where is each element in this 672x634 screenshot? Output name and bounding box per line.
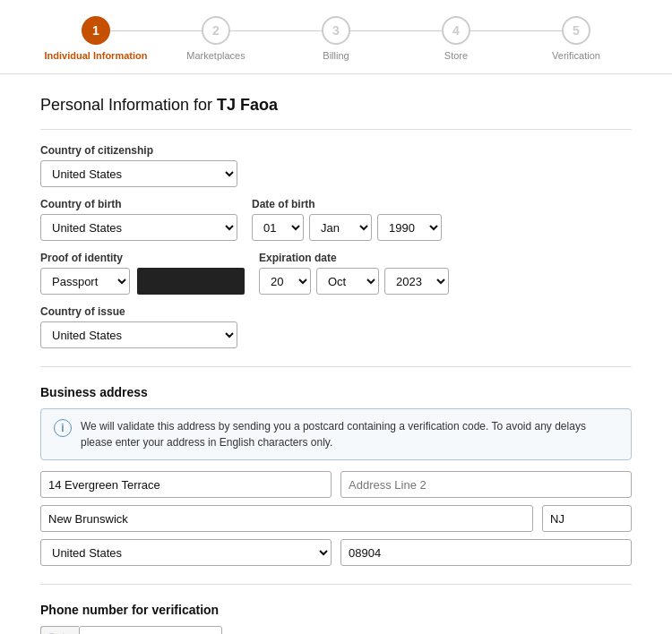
addr-line2-input[interactable] (340, 471, 632, 498)
expiry-month-select[interactable]: Oct (316, 268, 379, 295)
birth-country-label: Country of birth (40, 198, 237, 210)
dob-label: Date of birth (252, 198, 442, 210)
step-circle-1: 1 (82, 16, 110, 45)
citizenship-select[interactable]: United States (40, 160, 237, 187)
addr-city-state-row (40, 505, 632, 532)
stepper: 1 Individual Information 2 Marketplaces … (0, 0, 672, 74)
issue-country-select[interactable]: United States (40, 321, 237, 348)
proof-inputs: Passport (40, 268, 245, 295)
addr-line1-input[interactable] (40, 471, 332, 498)
step-1: 1 Individual Information (36, 16, 156, 61)
flag-icon: 🇺🇸 (47, 631, 65, 635)
business-address-section: Business address i We will validate this… (40, 385, 632, 566)
expiry-selects: 20 Oct 2023 (259, 268, 449, 295)
main-content: Personal Information for TJ Faoa Country… (22, 74, 650, 634)
proof-expiry-row: Proof of identity Passport Expiration da… (40, 252, 632, 295)
dob-col: Date of birth 01 Jan 1990 (252, 198, 442, 241)
phone-section: Phone number for verification 🇺🇸 ▾ Examp… (40, 603, 632, 634)
phone-row: 🇺🇸 ▾ (40, 626, 632, 634)
dob-day-select[interactable]: 01 (252, 214, 304, 241)
addr-city-input[interactable] (40, 505, 533, 532)
address-info-text: We will validate this address by sending… (81, 418, 618, 450)
issue-country-label: Country of issue (40, 305, 632, 318)
step-label-5: Verification (552, 50, 600, 61)
country-code-select[interactable]: 🇺🇸 ▾ (40, 626, 79, 634)
addr-state-input[interactable] (542, 505, 632, 532)
birth-dob-row: Country of birth United States Date of b… (40, 198, 632, 241)
addr-country-select[interactable]: United States (40, 539, 332, 566)
step-circle-2: 2 (202, 16, 230, 45)
addr-country-zip-row: United States (40, 539, 632, 566)
phone-input[interactable] (79, 626, 222, 634)
phone-title: Phone number for verification (40, 603, 632, 617)
expiry-day-select[interactable]: 20 (259, 268, 311, 295)
addr-zip-input[interactable] (340, 539, 632, 566)
proof-number-redacted (137, 268, 245, 295)
dob-selects: 01 Jan 1990 (252, 214, 442, 241)
dob-year-select[interactable]: 1990 (377, 214, 442, 241)
birth-country-col: Country of birth United States (40, 198, 237, 241)
step-5: 5 Verification (516, 16, 636, 61)
addr-line1-row (40, 471, 632, 498)
business-address-title: Business address (40, 385, 632, 399)
step-label-2: Marketplaces (186, 50, 245, 61)
proof-col: Proof of identity Passport (40, 252, 245, 295)
dob-month-select[interactable]: Jan (309, 214, 372, 241)
page-title: Personal Information for TJ Faoa (40, 96, 632, 115)
expiry-col: Expiration date 20 Oct 2023 (259, 252, 449, 295)
issue-country-field: Country of issue United States (40, 305, 632, 348)
step-label-3: Billing (323, 50, 349, 61)
step-circle-3: 3 (322, 16, 350, 45)
step-label-1: Individual Information (45, 50, 148, 61)
step-4: 4 Store (396, 16, 516, 61)
expiry-year-select[interactable]: 2023 (384, 268, 449, 295)
proof-label: Proof of identity (40, 252, 245, 264)
citizenship-label: Country of citizenship (40, 144, 632, 157)
step-2: 2 Marketplaces (156, 16, 276, 61)
citizenship-field: Country of citizenship United States (40, 144, 632, 187)
step-3: 3 Billing (276, 16, 396, 61)
step-circle-4: 4 (442, 16, 470, 45)
info-icon: i (54, 419, 72, 437)
expiry-label: Expiration date (259, 252, 449, 264)
step-label-4: Store (444, 50, 468, 61)
proof-type-select[interactable]: Passport (40, 268, 130, 295)
step-circle-5: 5 (562, 16, 590, 45)
birth-country-select[interactable]: United States (40, 214, 237, 241)
address-info-box: i We will validate this address by sendi… (40, 408, 632, 460)
